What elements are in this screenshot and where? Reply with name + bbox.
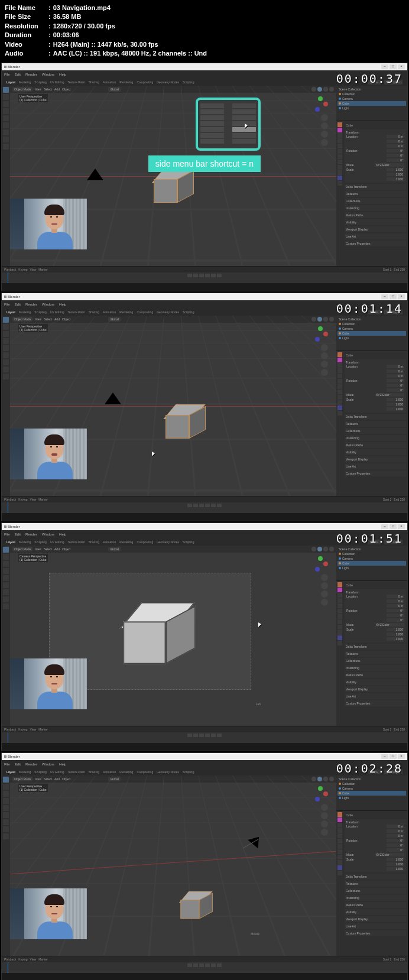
menu-file[interactable]: File (4, 73, 10, 76)
tab-compositing[interactable]: Compositing (137, 80, 153, 84)
outliner-collection[interactable]: Collection (342, 92, 355, 96)
props-tabs (337, 122, 343, 186)
timeline[interactable]: Playback Keying View Marker Start 1 End … (2, 266, 407, 283)
3d-viewport[interactable]: Object Mode View Select Add Object Globa… (10, 86, 336, 266)
tab-rendering[interactable]: Rendering (119, 80, 133, 84)
timeline-keying[interactable]: Keying (18, 268, 27, 271)
cube-object[interactable] (120, 602, 184, 666)
props-lineart[interactable]: Line Art (345, 233, 406, 239)
close-button[interactable]: × (398, 64, 405, 69)
outliner-cube[interactable]: Cube (342, 102, 349, 105)
props-tab-world[interactable] (337, 144, 342, 148)
props-collections[interactable]: Collections (345, 198, 406, 204)
menu-render[interactable]: Render (25, 73, 37, 76)
play-icon[interactable] (205, 274, 210, 277)
rot-x-field[interactable]: 0° (387, 149, 404, 152)
maximize-button[interactable]: □ (389, 64, 397, 69)
cube-object[interactable] (152, 168, 187, 204)
timeline-scrubber[interactable] (8, 272, 8, 283)
props-tab-data[interactable] (337, 176, 342, 180)
tab-texturepaint[interactable]: Texture Paint (68, 80, 85, 84)
cube-object[interactable] (164, 404, 199, 440)
rot-mode-field[interactable]: XYZ Euler (375, 163, 404, 167)
props-tab-render[interactable] (337, 122, 342, 127)
props-tab-particles[interactable] (337, 160, 342, 164)
play-prev-icon[interactable] (193, 274, 198, 277)
minimize-button[interactable]: – (381, 64, 388, 69)
tool-scale[interactable] (3, 115, 9, 121)
timeline-end[interactable]: End 250 (394, 268, 405, 271)
camera-object[interactable] (87, 168, 103, 180)
timeline-marker[interactable]: Marker (38, 268, 48, 271)
camera-object[interactable] (105, 392, 121, 404)
loc-y-field[interactable]: 0 m (387, 139, 404, 143)
props-tab-output[interactable] (337, 128, 342, 132)
props-motion[interactable]: Motion Paths (345, 212, 406, 218)
pan-icon[interactable] (321, 122, 328, 129)
tab-uv[interactable]: UV Editing (50, 80, 64, 84)
props-tab-constraints[interactable] (337, 170, 342, 175)
scale-z-field[interactable]: 1.000 (387, 177, 404, 181)
tool-select-box[interactable] (3, 87, 9, 93)
tool-transform[interactable] (3, 122, 9, 128)
play-end-icon[interactable] (217, 274, 222, 277)
tool-annotate[interactable] (3, 129, 9, 135)
tool-add-cube[interactable] (3, 144, 9, 150)
cursor-icon (152, 452, 155, 456)
scale-y-field[interactable]: 1.000 (387, 173, 404, 176)
outliner-camera[interactable]: Camera (342, 97, 353, 100)
3d-viewport[interactable]: Object ModeViewSelectAddObjectGlobal Cam… (10, 546, 336, 726)
tab-sculpting[interactable]: Sculpting (34, 80, 47, 84)
tool-measure[interactable] (3, 137, 9, 142)
props-custom[interactable]: Custom Properties (345, 241, 406, 246)
video-frame-4: Blender–□× FileEditRenderWindowHelp Layo… (1, 752, 408, 980)
props-relations[interactable]: Relations (345, 191, 406, 197)
tab-geonodes[interactable]: Geometry Nodes (157, 80, 179, 84)
props-tab-modifiers[interactable] (337, 154, 342, 159)
props-tab-material[interactable] (337, 181, 342, 186)
persp-ortho-icon[interactable] (321, 139, 328, 146)
menu-help[interactable]: Help (59, 73, 66, 76)
scale-x-field[interactable]: 1.000 (387, 168, 404, 171)
props-instancing[interactable]: Instancing (345, 205, 406, 211)
3d-viewport[interactable]: Object ModeViewSelectAddObjectGlobal Use… (10, 775, 336, 956)
timeline-playback[interactable]: Playback (4, 268, 16, 271)
props-tab-viewlayer[interactable] (337, 133, 342, 138)
loc-z-field[interactable]: 0 m (387, 144, 404, 148)
outliner[interactable]: Scene Collection Collection Camera Cube … (336, 86, 407, 121)
camera-view-icon[interactable] (321, 131, 328, 138)
value-audio: AAC (LC) :: 191 kbps, 48000 Hz, 2 channe… (53, 49, 207, 58)
props-viewport[interactable]: Viewport Display (345, 226, 406, 232)
props-tab-scene[interactable] (337, 138, 342, 143)
window-titlebar: Blender – □ × (2, 63, 407, 70)
loc-x-field[interactable]: 0 m (387, 135, 404, 138)
play-reverse-icon[interactable] (199, 274, 204, 277)
webcam-overlay (10, 658, 87, 709)
rot-z-field[interactable]: 0° (387, 158, 404, 162)
zoom-icon[interactable] (321, 114, 328, 121)
tab-shading[interactable]: Shading (89, 80, 99, 84)
menu-edit[interactable]: Edit (15, 73, 21, 76)
cube-object[interactable] (179, 891, 207, 920)
tool-cursor[interactable] (3, 94, 9, 100)
menu-window[interactable]: Window (42, 73, 54, 76)
props-tab-object[interactable] (337, 149, 342, 154)
tab-layout[interactable]: Layout (7, 80, 15, 84)
tab-modeling[interactable]: Modeling (19, 80, 31, 84)
tab-animation[interactable]: Animation (103, 80, 116, 84)
timeline-start[interactable]: Start 1 (383, 268, 392, 271)
props-tab-physics[interactable] (337, 165, 342, 170)
timeline-view[interactable]: View (30, 268, 37, 271)
play-next-icon[interactable] (211, 274, 216, 277)
nav-gizmo[interactable] (313, 96, 328, 112)
rot-y-field[interactable]: 0° (387, 154, 404, 157)
3d-viewport[interactable]: Object ModeViewSelectAddObjectGlobal Use… (10, 316, 336, 496)
outliner-scene[interactable]: Scene Collection (339, 87, 361, 91)
play-start-icon[interactable] (187, 274, 192, 277)
tool-rotate[interactable] (3, 108, 9, 114)
tab-scripting[interactable]: Scripting (183, 80, 194, 84)
props-visibility[interactable]: Visibility (345, 219, 406, 225)
tool-move[interactable] (3, 101, 9, 107)
props-delta[interactable]: Delta Transform (345, 184, 406, 190)
outliner-light[interactable]: Light (342, 106, 349, 110)
